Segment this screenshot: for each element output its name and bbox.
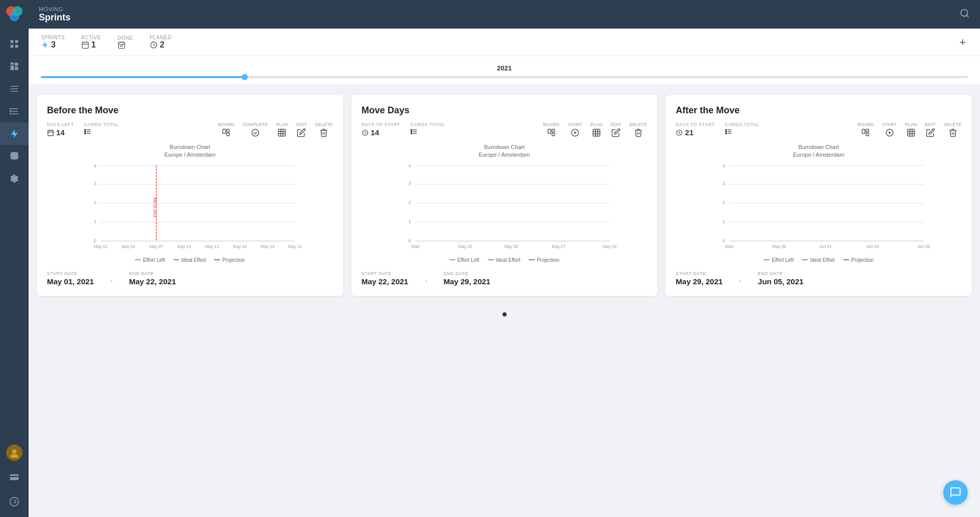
days-left-value: 14: [47, 128, 74, 137]
sprint-card-after: After the Move DAYS TO START 21 CARDS TO…: [665, 95, 972, 296]
svg-text:1: 1: [94, 219, 97, 224]
svg-text:May 13: May 13: [205, 244, 219, 249]
svg-rect-7: [11, 63, 14, 65]
bottom-dot: [29, 306, 980, 323]
sprint-title-before: Before the Move: [47, 105, 333, 116]
done-label: DONE: [117, 35, 133, 41]
active-value: 1: [81, 40, 101, 50]
start-label-after: START: [882, 122, 897, 127]
end-date-group-before: END DATE May 22, 2021: [129, 271, 176, 286]
sidebar-item-data[interactable]: [0, 145, 29, 167]
svg-point-69: [411, 131, 412, 132]
svg-text:May 10: May 10: [177, 244, 191, 249]
svg-rect-14: [11, 108, 18, 109]
svg-rect-29: [118, 42, 125, 48]
svg-point-19: [10, 113, 11, 114]
start-action-move[interactable]: START: [568, 122, 583, 137]
plan-action[interactable]: PLAN: [276, 122, 289, 137]
edit-action-after[interactable]: EDIT: [925, 122, 936, 137]
svg-rect-8: [15, 63, 18, 66]
svg-text:May 07: May 07: [150, 244, 163, 249]
edit-label-after: EDIT: [925, 122, 936, 127]
chart-svg-after: 0 1 2 3 4 Start May 30 Jun 01: [676, 161, 962, 253]
chart-title-move: Burndown Chart Europe / Amsterdam: [362, 143, 648, 159]
plan-label: PLAN: [276, 122, 289, 127]
sidebar-item-expand[interactable]: [0, 490, 29, 513]
plan-label-after: PLAN: [905, 122, 917, 127]
svg-point-41: [252, 129, 259, 136]
svg-rect-3: [11, 40, 14, 43]
board-label-move: BOARD: [543, 122, 560, 127]
svg-rect-11: [11, 86, 18, 87]
svg-rect-73: [552, 133, 554, 136]
app-logo: [0, 0, 29, 29]
edit-action[interactable]: EDIT: [296, 122, 307, 137]
svg-rect-25: [10, 476, 19, 478]
delete-action[interactable]: DELETE: [315, 122, 333, 137]
board-action-after[interactable]: BOARD: [857, 122, 874, 137]
sidebar-item-sprints[interactable]: [0, 122, 29, 145]
delete-action-after[interactable]: DELETE: [944, 122, 962, 137]
svg-point-98: [725, 131, 726, 132]
active-stat: ACTIVE 1: [81, 35, 101, 50]
sidebar-item-dashboard[interactable]: [0, 55, 29, 78]
start-date-before: May 01, 2021: [47, 277, 94, 286]
legend-projection-move: Projection: [529, 257, 559, 263]
sprints-stat: SPRINTS 3: [41, 35, 65, 50]
svg-rect-31: [48, 130, 54, 136]
delete-action-move[interactable]: DELETE: [629, 122, 647, 137]
sidebar-item-list[interactable]: [0, 100, 29, 122]
sidebar: [0, 0, 29, 517]
sidebar-item-settings[interactable]: [0, 167, 29, 190]
svg-text:2: 2: [408, 200, 411, 205]
plan-action-after[interactable]: PLAN: [905, 122, 917, 137]
days-to-start-group-move: DAYS TO START 14: [362, 122, 400, 137]
board-action[interactable]: BOARD: [218, 122, 234, 137]
cards-total-value-after: [725, 128, 760, 135]
start-action-after[interactable]: START: [882, 122, 897, 137]
page-title: Sprints: [39, 12, 70, 23]
main-content: Moving Sprints SPRINTS 3: [29, 0, 980, 517]
search-button[interactable]: [960, 8, 970, 20]
app-subtitle: Moving: [39, 6, 70, 12]
svg-point-23: [11, 454, 18, 458]
delete-label-move: DELETE: [629, 122, 647, 127]
svg-text:Jun 01: Jun 01: [819, 244, 832, 249]
svg-point-35: [84, 129, 85, 130]
svg-text:0: 0: [723, 238, 725, 243]
svg-rect-71: [548, 129, 551, 133]
edit-label: EDIT: [296, 122, 307, 127]
topbar: Moving Sprints: [29, 0, 980, 29]
board-action-move[interactable]: BOARD: [543, 122, 560, 137]
plan-action-move[interactable]: PLAN: [590, 122, 603, 137]
complete-action[interactable]: COMPLETE: [243, 122, 268, 137]
svg-rect-6: [15, 45, 18, 48]
svg-text:4: 4: [408, 163, 411, 168]
chat-button[interactable]: [943, 480, 968, 505]
svg-rect-5: [11, 45, 14, 48]
edit-action-move[interactable]: EDIT: [611, 122, 622, 137]
svg-text:May 01: May 01: [94, 244, 108, 249]
sidebar-item-grid[interactable]: [0, 33, 29, 55]
add-sprint-button[interactable]: +: [955, 35, 970, 50]
sidebar-item-card[interactable]: [0, 466, 29, 488]
svg-point-70: [411, 133, 412, 134]
svg-point-97: [725, 129, 726, 130]
timeline-year: 2021: [41, 64, 968, 72]
sprints-value: 3: [41, 40, 65, 50]
svg-point-26: [10, 498, 19, 506]
board-label: BOARD: [218, 122, 234, 127]
days-to-start-value-move: 14: [362, 128, 400, 137]
start-date-label-after: START DATE: [676, 271, 723, 276]
done-value: [117, 41, 133, 49]
svg-rect-72: [552, 129, 554, 132]
cards-total-group-after: CARDS TOTAL: [725, 122, 760, 135]
legend-ideal-after: Ideal Effort: [802, 257, 834, 263]
days-to-start-label-move: DAYS TO START: [362, 122, 400, 127]
legend-effort-after: Effort Left: [763, 257, 794, 263]
end-date-group-after: END DATE Jun 05, 2021: [758, 271, 803, 286]
avatar-button[interactable]: [0, 441, 29, 464]
sidebar-item-menu[interactable]: [0, 78, 29, 100]
svg-text:1: 1: [408, 219, 411, 224]
svg-point-17: [10, 108, 11, 109]
